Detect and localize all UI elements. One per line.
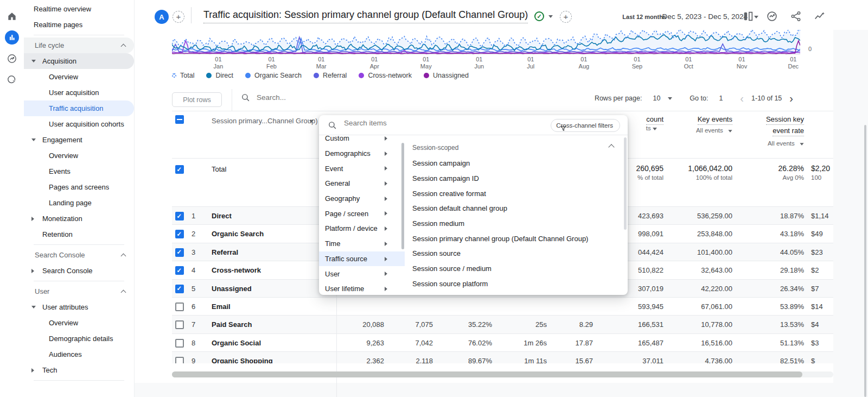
sidebar-item-retention[interactable]: Retention	[24, 226, 134, 242]
sidebar-item-overview[interactable]: Overview	[24, 148, 134, 163]
rows-per-page-value[interactable]: 10	[653, 94, 660, 102]
goto-page-input[interactable]: 1	[719, 94, 723, 102]
row-checkbox[interactable]	[175, 212, 184, 220]
dimension-option-session-source-medium[interactable]: Session source / medium	[405, 261, 622, 276]
dimension-search-input[interactable]	[344, 119, 523, 127]
menu-category-user-lifetime[interactable]: User lifetime	[319, 281, 405, 295]
sidebar-item-search-console[interactable]: Search Console	[24, 263, 134, 279]
share-icon[interactable]	[790, 10, 802, 22]
row-checkbox[interactable]	[175, 285, 184, 293]
home-icon[interactable]	[5, 9, 19, 23]
chevron-up-icon[interactable]	[121, 254, 126, 259]
collapse-arrow-icon[interactable]	[31, 138, 36, 141]
legend-item-cross-network[interactable]: Cross-network	[359, 72, 412, 79]
expand-arrow-icon[interactable]	[31, 217, 34, 221]
cross-channel-filters-chip[interactable]: Cross-channel filters	[551, 119, 620, 132]
sidebar-item-realtime-pages[interactable]: Realtime pages	[24, 17, 134, 33]
compare-icon[interactable]	[742, 10, 754, 22]
row-checkbox[interactable]	[175, 303, 184, 311]
expand-arrow-icon[interactable]	[31, 269, 34, 273]
collapse-arrow-icon[interactable]	[31, 60, 36, 62]
sidebar-item-overview[interactable]: Overview	[24, 69, 134, 85]
sidebar-item-engagement[interactable]: Engagement	[24, 132, 134, 148]
sidebar-item-user-acquisition-cohorts[interactable]: User acquisition cohorts	[24, 116, 134, 132]
category-scrollbar[interactable]	[401, 143, 404, 249]
legend-item-organic-search[interactable]: Organic Search	[245, 72, 302, 79]
sidebar-item-landing-page[interactable]: Landing page	[24, 195, 134, 211]
legend-item-total[interactable]: Total	[172, 72, 194, 79]
explore-icon[interactable]	[5, 52, 19, 66]
collapse-arrow-icon[interactable]	[31, 306, 36, 308]
dimension-header[interactable]: Session primary...Channel Group)	[212, 117, 318, 125]
page-vertical-scrollbar[interactable]	[864, 125, 866, 397]
sidebar-item-search-console[interactable]: Search Console	[24, 247, 134, 263]
sidebar-item-audiences[interactable]: Audiences	[24, 346, 134, 362]
legend-item-direct[interactable]: Direct	[206, 72, 233, 79]
dimension-option-session-campaign[interactable]: Session campaign	[405, 156, 622, 171]
menu-category-page-screen[interactable]: Page / screen	[319, 206, 405, 221]
sidebar-item-events[interactable]: Events	[24, 163, 134, 179]
dimension-option-session-medium[interactable]: Session medium	[405, 216, 622, 231]
plot-rows-button[interactable]: Plot rows	[172, 92, 222, 107]
menu-category-platform-device[interactable]: Platform / device	[319, 221, 405, 236]
report-title[interactable]: Traffic acquisition: Session primary cha…	[203, 9, 528, 23]
saved-menu-caret-icon[interactable]	[548, 15, 553, 18]
menu-category-user[interactable]: User	[319, 266, 405, 281]
options-scrollbar[interactable]	[624, 137, 627, 230]
expand-arrow-icon[interactable]	[31, 368, 34, 373]
sidebar-item-realtime-overview[interactable]: Realtime overview	[24, 1, 134, 17]
legend-item-unassigned[interactable]: Unassigned	[424, 72, 469, 79]
collapse-section-icon[interactable]	[608, 144, 614, 150]
table-horizontal-scrollbar[interactable]	[172, 371, 833, 377]
trend-icon[interactable]	[814, 10, 826, 22]
dimension-option-session-campaign-id[interactable]: Session campaign ID	[405, 171, 622, 186]
add-comparison-button[interactable]: +	[173, 11, 184, 23]
dimension-option-session-default-channel-group[interactable]: Session default channel group	[405, 201, 622, 216]
select-all-checkbox[interactable]	[175, 115, 184, 124]
saved-check-icon[interactable]: ✓	[534, 11, 544, 21]
chevron-up-icon[interactable]	[121, 290, 126, 295]
menu-category-custom[interactable]: Custom	[319, 135, 405, 146]
dimension-option-session-source[interactable]: Session source	[405, 246, 622, 261]
sidebar-item-user-attributes[interactable]: User attributes	[24, 299, 134, 315]
sidebar-item-life-cycle[interactable]: Life cycle	[24, 37, 134, 53]
dimension-option-session-source-platform[interactable]: Session source platform	[405, 276, 622, 292]
sidebar-item-user[interactable]: User	[24, 283, 134, 299]
dimension-caret-icon[interactable]	[309, 120, 314, 123]
menu-category-event[interactable]: Event	[319, 161, 405, 176]
event-count-header[interactable]: count	[646, 115, 663, 123]
next-page-icon[interactable]: ›	[789, 94, 793, 102]
table-horizontal-scrollbar-thumb[interactable]	[172, 371, 802, 377]
sidebar-item-traffic-acquisition[interactable]: Traffic acquisition	[24, 100, 134, 116]
sidebar-item-pages-and-screens[interactable]: Pages and screens	[24, 179, 134, 195]
avatar[interactable]: A	[155, 10, 169, 24]
row-checkbox[interactable]	[175, 230, 184, 238]
date-range-value[interactable]: Dec 5, 2023 - Dec 5, 2024	[662, 12, 748, 21]
total-row-checkbox[interactable]	[175, 165, 184, 174]
traffic-trend-chart[interactable]	[172, 30, 800, 55]
chevron-up-icon[interactable]	[121, 44, 126, 49]
sidebar-item-monetization[interactable]: Monetization	[24, 211, 134, 226]
sidebar-item-user-acquisition[interactable]: User acquisition	[24, 85, 134, 100]
row-checkbox[interactable]	[175, 339, 184, 348]
row-checkbox[interactable]	[175, 357, 184, 363]
key-events-header[interactable]: Key events All events	[696, 115, 732, 134]
advertising-icon[interactable]	[5, 73, 19, 87]
table-search-input[interactable]	[257, 93, 419, 102]
row-checkbox[interactable]	[175, 320, 184, 329]
reports-icon[interactable]	[5, 30, 19, 45]
sidebar-item-tech[interactable]: Tech	[24, 362, 134, 378]
rows-per-page-caret-icon[interactable]	[668, 97, 672, 100]
menu-category-general[interactable]: General	[319, 176, 405, 191]
menu-category-demographics[interactable]: Demographics	[319, 146, 405, 161]
dimension-option-session-primary-channel-group-default-channel-grou[interactable]: Session primary channel group (Default C…	[405, 231, 622, 246]
event-count-selector[interactable]: ts	[646, 125, 657, 131]
dimension-option-session-creative-format[interactable]: Session creative format	[405, 186, 622, 201]
row-checkbox[interactable]	[175, 266, 184, 275]
menu-category-geography[interactable]: Geography	[319, 191, 405, 206]
legend-item-referral[interactable]: Referral	[314, 72, 347, 79]
sidebar-item-demographic-details[interactable]: Demographic details	[24, 331, 134, 346]
menu-category-traffic-source[interactable]: Traffic source	[319, 251, 405, 267]
row-checkbox[interactable]	[175, 248, 184, 257]
sidebar-item-acquisition[interactable]: Acquisition	[24, 53, 134, 69]
